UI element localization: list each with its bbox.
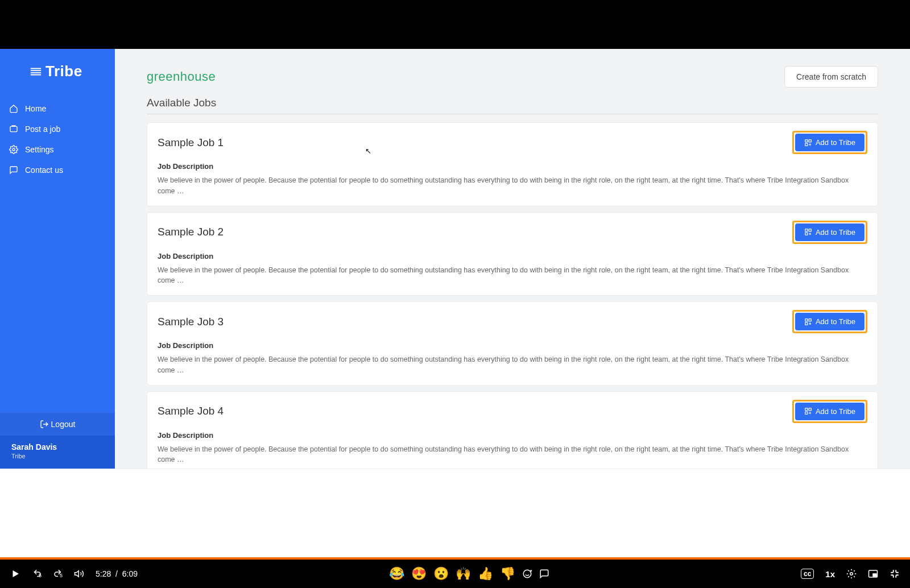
svg-rect-4: [805, 143, 808, 146]
reactions-bar: 😂 😍 😮 🙌 👍 👎: [149, 566, 789, 581]
settings-icon: [9, 145, 18, 154]
job-title: Sample Job 2: [158, 226, 224, 238]
add-to-tribe-button[interactable]: Add to Tribe: [795, 223, 864, 241]
add-button-highlight-frame: Add to Tribe: [792, 400, 867, 423]
play-button[interactable]: [10, 569, 20, 579]
svg-rect-5: [805, 229, 808, 231]
tribe-logo-icon: [30, 65, 42, 78]
job-description-text: We believe in the power of people. Becau…: [158, 175, 867, 197]
add-button-label: Add to Tribe: [816, 317, 855, 326]
reaction-thumbs-down[interactable]: 👎: [500, 566, 515, 581]
speed-button[interactable]: 1x: [825, 569, 835, 579]
add-to-tribe-button[interactable]: Add to Tribe: [795, 403, 864, 420]
page-bottom-whitespace: [0, 469, 910, 557]
svg-rect-6: [809, 229, 811, 231]
svg-rect-0: [10, 126, 17, 131]
sidebar-user-block: Sarah Davis Tribe: [0, 436, 115, 469]
video-time: 5:28 / 6:09: [96, 569, 138, 578]
sidebar-item-label: Home: [25, 104, 46, 113]
jobs-list: Sample Job 1 Add to Tribe Job Descriptio…: [147, 122, 878, 469]
job-description-text: We believe in the power of people. Becau…: [158, 354, 867, 376]
reaction-hands[interactable]: 🙌: [456, 566, 471, 581]
svg-rect-2: [805, 139, 808, 142]
rewind-5-button[interactable]: 5: [32, 569, 42, 579]
job-card: Sample Job 2 Add to Tribe Job Descriptio…: [147, 212, 878, 296]
volume-button[interactable]: [74, 569, 84, 579]
job-description-label: Job Description: [158, 162, 867, 171]
svg-rect-7: [805, 233, 808, 235]
video-settings-button[interactable]: [846, 569, 857, 579]
svg-rect-13: [805, 412, 808, 414]
svg-rect-8: [805, 318, 808, 321]
home-icon: [9, 104, 18, 113]
reaction-wow[interactable]: 😮: [433, 566, 449, 581]
sidebar-item-post-job[interactable]: Post a job: [0, 119, 115, 139]
add-button-label: Add to Tribe: [816, 228, 855, 237]
job-card: Sample Job 3 Add to Tribe Job Descriptio…: [147, 301, 878, 386]
logout-icon: [40, 420, 49, 429]
captions-button[interactable]: cc: [801, 569, 814, 579]
sidebar-item-label: Contact us: [25, 165, 63, 175]
svg-point-1: [13, 148, 15, 151]
job-card: Sample Job 1 Add to Tribe Job Descriptio…: [147, 122, 878, 206]
app-logo: Tribe: [0, 49, 115, 94]
gear-icon: [846, 569, 857, 579]
sidebar-item-settings[interactable]: Settings: [0, 139, 115, 160]
add-button-highlight-frame: Add to Tribe: [792, 310, 867, 333]
job-title: Sample Job 4: [158, 405, 224, 417]
add-button-highlight-frame: Add to Tribe: [792, 221, 867, 244]
logout-label: Logout: [51, 420, 76, 429]
sidebar-item-label: Settings: [25, 145, 54, 154]
content-header: greenhouse Create from scratch: [147, 66, 878, 88]
svg-rect-11: [805, 408, 808, 411]
reaction-heart-eyes[interactable]: 😍: [411, 566, 427, 581]
sidebar-nav: Home Post a job Settings Contact us: [0, 94, 115, 185]
fullscreen-exit-icon: [890, 569, 900, 579]
grid-add-icon: [804, 318, 812, 326]
add-button-highlight-frame: Add to Tribe: [792, 131, 867, 154]
sidebar-item-home[interactable]: Home: [0, 98, 115, 119]
sidebar-user-name: Sarah Davis: [11, 442, 104, 452]
job-description-label: Job Description: [158, 431, 867, 440]
comment-button[interactable]: [539, 569, 549, 579]
job-title: Sample Job 3: [158, 316, 224, 328]
svg-point-14: [523, 570, 531, 578]
add-to-tribe-button[interactable]: Add to Tribe: [795, 134, 864, 151]
fullscreen-button[interactable]: [890, 569, 900, 579]
job-description-label: Job Description: [158, 252, 867, 260]
main-content: greenhouse Create from scratch Available…: [115, 49, 910, 469]
comment-icon: [539, 569, 549, 579]
section-title: Available Jobs: [147, 97, 878, 114]
pip-button[interactable]: [868, 569, 878, 579]
add-button-label: Add to Tribe: [816, 138, 855, 147]
create-from-scratch-button[interactable]: Create from scratch: [784, 66, 878, 88]
forward-5-button[interactable]: 5: [53, 569, 63, 579]
logout-button[interactable]: Logout: [0, 413, 115, 436]
window-top-blackbar: [0, 0, 910, 49]
add-emoji-button[interactable]: [522, 569, 532, 579]
grid-add-icon: [804, 139, 812, 147]
video-player-controls: 5 5 5:28 / 6:09 😂 😍 😮 🙌 👍 👎: [0, 557, 910, 588]
grid-add-icon: [804, 407, 812, 415]
video-duration: 6:09: [122, 569, 138, 578]
reaction-thumbs-up[interactable]: 👍: [478, 566, 493, 581]
integration-brand-label: greenhouse: [147, 69, 216, 84]
reaction-laugh[interactable]: 😂: [389, 566, 404, 581]
job-description-text: We believe in the power of people. Becau…: [158, 444, 867, 466]
pip-icon: [868, 569, 878, 579]
emoji-picker-icon: [522, 569, 532, 579]
svg-rect-17: [873, 574, 876, 577]
job-description-text: We believe in the power of people. Becau…: [158, 265, 867, 287]
play-icon: [10, 569, 20, 579]
add-to-tribe-button[interactable]: Add to Tribe: [795, 313, 864, 330]
app-logo-text: Tribe: [46, 63, 82, 80]
svg-rect-12: [809, 408, 811, 411]
sidebar-spacer: [0, 185, 115, 413]
sidebar-item-contact[interactable]: Contact us: [0, 160, 115, 180]
video-progress-segments[interactable]: [0, 557, 910, 560]
job-card: Sample Job 4 Add to Tribe Job Descriptio…: [147, 391, 878, 469]
job-title: Sample Job 1: [158, 136, 224, 149]
job-description-label: Job Description: [158, 341, 867, 350]
svg-rect-9: [809, 318, 811, 321]
app-frame: Tribe Home Post a job Settings Contact u…: [0, 49, 910, 469]
